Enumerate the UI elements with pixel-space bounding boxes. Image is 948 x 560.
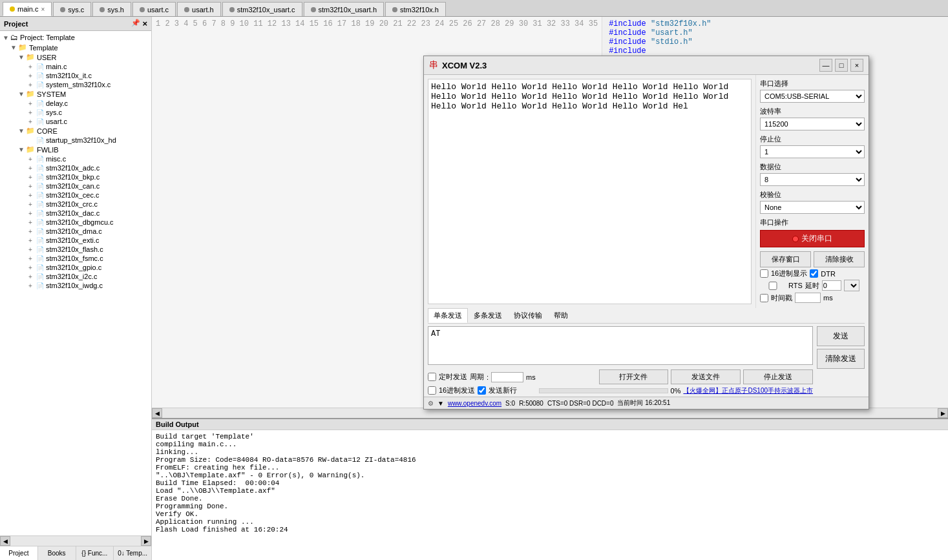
tree-cec-c[interactable]: +📄stm32f10x_cec.c	[0, 191, 151, 200]
pin-icon[interactable]: 📌	[131, 19, 140, 28]
tab-sys-c[interactable]: sys.c	[53, 2, 91, 16]
close-button[interactable]: ×	[850, 59, 863, 72]
tree-can-c[interactable]: +📄stm32f10x_can.c	[0, 181, 151, 191]
tree-dbgmcu-c[interactable]: +📄stm32f10x_dbgmcu.c	[0, 218, 151, 227]
hex-send-checkbox[interactable]	[428, 386, 436, 395]
tab-protocol[interactable]: 协议传输	[508, 308, 548, 323]
tree-adc-c[interactable]: +📄stm32f10x_adc.c	[0, 163, 151, 172]
baud-select[interactable]: 115200	[760, 118, 865, 130]
databit-field: 数据位 8	[760, 162, 865, 186]
stop-send-button[interactable]: 停止发送	[743, 369, 813, 384]
tab-stm32f10x-usart-c[interactable]: stm32f10x_usart.c	[222, 2, 302, 16]
tree-dma-c[interactable]: +📄stm32f10x_dma.c	[0, 227, 151, 236]
timestamp-checkbox[interactable]	[760, 294, 768, 302]
tab-help[interactable]: 帮助	[548, 308, 574, 323]
tree-core-group[interactable]: ▼ 📁 CORE	[0, 126, 151, 136]
clear-recv-button[interactable]: 清除接收	[814, 251, 865, 267]
dropdown-arrow-icon[interactable]: ▼	[437, 400, 444, 407]
website-link[interactable]: www.openedv.com	[448, 400, 501, 407]
tab-usart-c[interactable]: usart.c	[132, 2, 176, 16]
save-row: 保存窗口 清除接收	[760, 251, 865, 267]
ad-link[interactable]: 【火爆全网】正点原子DS100手持示波器上市	[683, 386, 813, 395]
tree-template[interactable]: ▼ 📁 Template	[0, 43, 151, 52]
tree-system-stm32f10x-c[interactable]: + 📄 system_stm32f10x.c	[0, 80, 151, 89]
tree-i2c-c[interactable]: +📄stm32f10x_i2c.c	[0, 272, 151, 281]
save-window-button[interactable]: 保存窗口	[760, 251, 811, 267]
bottom-tab-books[interactable]: Books	[38, 546, 76, 560]
timed-send-checkbox[interactable]	[428, 373, 436, 381]
send-button[interactable]: 发送	[817, 326, 865, 346]
tree-exti-c[interactable]: +📄stm32f10x_exti.c	[0, 236, 151, 245]
parity-select[interactable]: None	[760, 201, 865, 214]
tab-stm32f10x-usart-h[interactable]: stm32f10x_usart.h	[304, 2, 384, 16]
project-panel-title: Project	[4, 20, 28, 28]
file-label: sys.c	[46, 109, 62, 116]
scroll-left-btn[interactable]: ◀	[152, 408, 162, 418]
tree-sys-c[interactable]: + 📄 sys.c	[0, 108, 151, 117]
file-icon: 📄	[36, 100, 44, 107]
gear-icon[interactable]: ⚙	[428, 400, 434, 407]
tree-crc-c[interactable]: +📄stm32f10x_crc.c	[0, 200, 151, 209]
send-textarea[interactable]: AT	[428, 326, 813, 365]
tree-fwlib-group[interactable]: ▼ 📁 FWLIB	[0, 145, 151, 154]
scroll-right-btn[interactable]: ▶	[938, 408, 948, 418]
tab-multi-send[interactable]: 多条发送	[468, 308, 508, 323]
h-scrollbar[interactable]: ◀ ▶	[0, 535, 151, 546]
tree-root[interactable]: ▼ 🗂 Project: Template	[0, 32, 151, 43]
tab-sys-h[interactable]: sys.h	[92, 2, 131, 16]
xcom-body: Hello World Hello World Hello World Hell…	[424, 75, 869, 308]
tab-stm32f10x-h[interactable]: stm32f10x.h	[385, 2, 446, 16]
scroll-left-btn[interactable]: ◀	[0, 536, 10, 546]
maximize-button[interactable]: □	[835, 59, 848, 72]
clear-send-button[interactable]: 清除发送	[817, 349, 865, 369]
bottom-tab-temp[interactable]: 0↓ Temp...	[114, 546, 151, 560]
tree-bkp-c[interactable]: +📄stm32f10x_bkp.c	[0, 172, 151, 181]
tab-label: sys.c	[68, 6, 84, 14]
delay-unit-select[interactable]	[844, 280, 859, 291]
tab-main-c[interactable]: main.c ×	[3, 2, 52, 16]
tree-dac-c[interactable]: +📄stm32f10x_dac.c	[0, 209, 151, 218]
time-value-input[interactable]: 1000	[795, 293, 821, 303]
tree-user-group[interactable]: ▼ 📁 USER	[0, 52, 151, 62]
tree-startup[interactable]: 📄 startup_stm32f10x_hd	[0, 136, 151, 145]
tree-delay-c[interactable]: + 📄 delay.c	[0, 99, 151, 108]
minimize-button[interactable]: —	[819, 59, 832, 72]
tab-single-send[interactable]: 单条发送	[428, 308, 468, 323]
baud-label: 波特率	[760, 107, 865, 116]
dtr-checkbox[interactable]	[810, 269, 818, 278]
port-select[interactable]: COM5:USB-SERIAL	[760, 90, 865, 103]
tree-stm32f10x-it-c[interactable]: + 📄 stm32f10x_it.c	[0, 71, 151, 80]
stopbit-select[interactable]: 1	[760, 145, 865, 158]
tab-label: main.c	[17, 5, 38, 13]
hex-display-checkbox[interactable]	[760, 269, 768, 278]
tree-misc-c[interactable]: +📄misc.c	[0, 154, 151, 163]
databit-label: 数据位	[760, 162, 865, 172]
bottom-tab-func[interactable]: {} Func...	[76, 546, 114, 560]
tree-iwdg-c[interactable]: +📄stm32f10x_iwdg.c	[0, 281, 151, 290]
tree-main-c[interactable]: + 📄 main.c	[0, 62, 151, 71]
time-status: 当前时间 16:20:51	[617, 399, 670, 408]
tree-system-group[interactable]: ▼ 📁 SYSTEM	[0, 89, 151, 99]
databit-select[interactable]: 8	[760, 173, 865, 186]
delay-input[interactable]	[822, 280, 841, 291]
tree-gpio-c[interactable]: +📄stm32f10x_gpio.c	[0, 263, 151, 272]
tab-usart-h[interactable]: usart.h	[177, 2, 221, 16]
close-port-button[interactable]: 关闭串口	[760, 230, 865, 247]
send-file-button[interactable]: 发送文件	[671, 369, 741, 384]
tree-area[interactable]: ▼ 🗂 Project: Template ▼ 📁 Template ▼ 📁 U…	[0, 31, 151, 535]
newline-checkbox[interactable]	[478, 386, 486, 395]
bottom-tab-project[interactable]: Project	[0, 546, 38, 560]
expand-icon: ▼	[18, 127, 26, 134]
expand-icon: ▼	[3, 34, 10, 41]
open-file-button[interactable]: 打开文件	[599, 369, 669, 384]
xcom-terminal[interactable]: Hello World Hello World Hello World Hell…	[428, 79, 752, 304]
tab-close-icon[interactable]: ×	[41, 6, 45, 13]
rts-checkbox[interactable]	[760, 282, 786, 290]
tree-usart-c[interactable]: + 📄 usart.c	[0, 117, 151, 126]
tree-flash-c[interactable]: +📄stm32f10x_flash.c	[0, 245, 151, 254]
period-input[interactable]: 1000	[491, 372, 523, 382]
tree-fsmc-c[interactable]: +📄stm32f10x_fsmc.c	[0, 254, 151, 263]
scroll-right-btn[interactable]: ▶	[141, 536, 151, 546]
close-icon[interactable]: ×	[142, 19, 147, 28]
timestamp-label: 时间戳	[771, 293, 792, 303]
